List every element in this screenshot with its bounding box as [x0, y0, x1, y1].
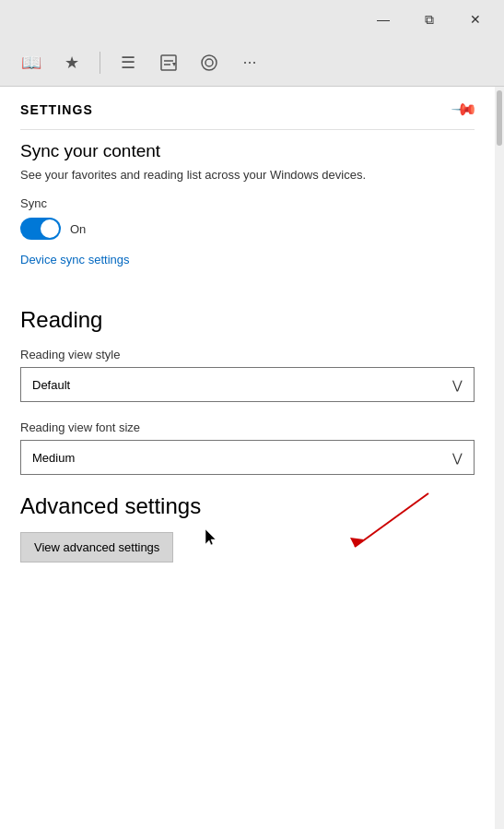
cortana-icon[interactable]: [193, 46, 226, 79]
reading-font-dropdown[interactable]: Medium ⋁: [20, 440, 475, 475]
sync-heading: Sync your content: [20, 141, 475, 161]
favorites-icon[interactable]: ★: [55, 46, 88, 79]
hub-icon[interactable]: ☰: [111, 46, 145, 79]
reading-style-label: Reading view style: [20, 348, 475, 361]
reading-section: Reading Reading view style Default ⋁ Rea…: [20, 307, 475, 475]
settings-title: SETTINGS: [20, 102, 93, 117]
restore-button[interactable]: ⧉: [408, 5, 451, 34]
reading-section-title: Reading: [20, 307, 475, 333]
dropdown-arrow-font: ⋁: [452, 451, 463, 465]
dropdown-arrow-style: ⋁: [452, 378, 463, 392]
toolbar-divider: [100, 52, 100, 74]
settings-content: SETTINGS 📌 Sync your content See your fa…: [0, 87, 495, 829]
scrollbar-track[interactable]: [495, 87, 504, 829]
sync-section: Sync your content See your favorites and…: [20, 141, 475, 289]
close-button[interactable]: ✕: [454, 5, 497, 34]
svg-point-5: [205, 59, 213, 66]
cursor-indicator: [205, 528, 216, 543]
svg-marker-8: [205, 529, 216, 545]
advanced-section-title: Advanced settings: [20, 493, 475, 519]
sync-label: Sync: [20, 196, 475, 210]
device-sync-link[interactable]: Device sync settings: [20, 253, 130, 266]
web-notes-icon[interactable]: [152, 46, 185, 79]
reading-list-icon[interactable]: 📖: [15, 46, 48, 79]
advanced-section: Advanced settings View advanced settings: [20, 493, 475, 563]
minimize-button[interactable]: —: [362, 5, 404, 34]
svg-marker-7: [350, 538, 364, 547]
settings-panel: SETTINGS 📌 Sync your content See your fa…: [0, 87, 504, 829]
sync-toggle[interactable]: [20, 218, 61, 240]
title-bar: — ⧉ ✕: [0, 0, 504, 39]
pin-icon[interactable]: 📌: [450, 95, 478, 124]
scrollbar-thumb[interactable]: [497, 90, 502, 146]
reading-style-dropdown[interactable]: Default ⋁: [20, 367, 475, 402]
sync-toggle-row: On: [20, 218, 475, 240]
sync-description: See your favorites and reading list acro…: [20, 167, 475, 184]
settings-header: SETTINGS 📌: [20, 87, 475, 130]
svg-point-4: [202, 55, 217, 70]
reading-font-value: Medium: [32, 451, 75, 465]
reading-font-label: Reading view font size: [20, 420, 475, 434]
view-advanced-settings-button[interactable]: View advanced settings: [20, 532, 173, 563]
sync-state-label: On: [70, 222, 86, 236]
browser-toolbar: 📖 ★ ☰ ···: [0, 39, 504, 87]
reading-style-value: Default: [32, 378, 70, 392]
more-icon[interactable]: ···: [233, 46, 266, 79]
